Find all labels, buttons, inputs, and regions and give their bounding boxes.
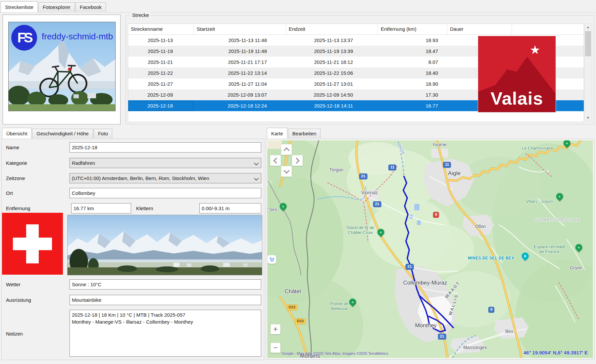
table-cell[interactable]: 18.40 <box>378 68 447 78</box>
table-cell[interactable]: 2025-11-19 <box>128 46 194 57</box>
map-tab-karte[interactable]: Karte <box>267 128 287 139</box>
pan-left-button[interactable] <box>270 155 281 166</box>
column-header[interactable]: Streckenname <box>128 24 194 34</box>
pan-down-button[interactable] <box>281 166 292 177</box>
road-badge: D22 <box>286 304 297 310</box>
road-badge: D22 <box>295 318 306 324</box>
table-cell[interactable]: 2025-11-27 <box>128 78 194 89</box>
chevron-down-icon <box>254 176 259 181</box>
strecke-header-row[interactable]: StreckennameStartzeitEndzeitEntfernung (… <box>128 24 584 35</box>
map-label: VILLARS-SUR-OLLON <box>535 218 579 222</box>
table-cell[interactable]: 18.93 <box>378 35 447 46</box>
valais-logo: ★ Valais <box>478 36 556 112</box>
map-zoom-out-button[interactable]: − <box>271 343 280 353</box>
column-header-filler <box>512 24 584 34</box>
table-cell[interactable]: 2025-12-18 14:11 <box>286 100 378 111</box>
scrollbar-down-icon[interactable]: ▼ <box>584 114 592 121</box>
ort-input[interactable]: Collombey <box>70 188 261 198</box>
notizen-textarea[interactable]: 2025-12-18 | 18 Km | 10 °C | MTB | Track… <box>70 310 261 357</box>
pan-up-button[interactable] <box>281 144 292 155</box>
map-label: MINES DE SEL DE BEX <box>468 256 514 260</box>
road-badge: 21 <box>359 173 368 179</box>
table-cell[interactable]: 2025-11-13 11:48 <box>194 35 286 46</box>
road-badge: 9 <box>488 307 494 313</box>
scrollbar-up-icon[interactable]: ▲ <box>584 24 592 30</box>
map-canvas[interactable]: YvorneRhoneLe ChamossaireTorgonAigleVion… <box>267 140 593 358</box>
table-cell[interactable]: 2025-11-21 18:12 <box>286 57 378 68</box>
name-label: Name <box>6 145 19 150</box>
map-label: Massongex <box>463 345 487 350</box>
main-tab-facebook[interactable]: Facebook <box>75 2 106 12</box>
zeitzone-select[interactable]: (UTC+01:00) Amsterdam, Berlin, Bern, Rom… <box>70 173 261 183</box>
zeitzone-label: Zeitzone <box>6 175 25 181</box>
column-header[interactable]: Dauer <box>447 24 512 34</box>
table-cell[interactable]: 17.30 <box>378 89 447 100</box>
map-label: Gryon <box>570 265 582 271</box>
shopping-cart-icon <box>268 255 276 264</box>
table-cell[interactable]: 2025-11-19 13:39 <box>286 46 378 57</box>
kategorie-select[interactable]: Radfahren <box>70 158 261 168</box>
table-cell[interactable]: 2025-11-22 15:06 <box>286 68 378 78</box>
road-badge: 21 <box>373 201 381 207</box>
table-scrollbar[interactable]: ▲ ▼ <box>584 23 592 121</box>
table-cell[interactable]: 2025-11-22 <box>128 68 194 78</box>
ausruestung-input[interactable]: Mountainbike <box>70 295 261 305</box>
main-tab-fotoexplorer[interactable]: Fotoexplorer <box>38 2 75 12</box>
valais-logo-text: Valais <box>490 88 543 108</box>
map-tab-bearbeiten[interactable]: Bearbeiten <box>288 129 321 138</box>
map-label: Le Chamossaire <box>522 146 553 151</box>
fs-logo-icon: FS <box>11 25 37 51</box>
detail-tab-übersicht[interactable]: Übersicht <box>2 128 31 139</box>
klettern-input[interactable]: 0.00/-9.31 m <box>199 203 261 213</box>
profile-photo: FS freddy-schmid-mtb <box>8 22 116 111</box>
column-header[interactable]: Entfernung (km) <box>378 24 447 34</box>
road-badge: 11 <box>388 164 396 170</box>
map-label: Torgon <box>329 167 344 173</box>
table-cell[interactable]: 2025-11-22 13:14 <box>194 68 286 78</box>
table-cell[interactable]: 2025-11-13 13:37 <box>286 35 378 46</box>
table-cell[interactable]: 2025-12-09 13:07 <box>194 89 286 100</box>
map-pin-icon: ▲ <box>278 202 288 211</box>
map-pin-icon: ▲ <box>562 140 572 148</box>
map-label: Aigle <box>448 170 461 176</box>
table-cell[interactable]: 2025-11-19 11:48 <box>194 46 286 57</box>
column-header[interactable]: Startzeit <box>194 24 286 34</box>
road-badge: 9 <box>433 212 439 218</box>
table-cell[interactable]: 2025-11-27 13:01 <box>286 78 378 89</box>
table-cell[interactable]: 16.77 <box>378 100 447 111</box>
map-label: Stand de tir deChâble-Croix <box>346 225 374 235</box>
wetter-input[interactable]: Sonne : 10°C <box>70 279 261 290</box>
entfernung-label: Entfernung <box>6 205 30 211</box>
map-pin-icon: ▲ <box>348 297 358 307</box>
table-cell[interactable]: 2025-12-18 12:24 <box>194 100 286 111</box>
detail-tabstrip: ÜbersichtGeschwindigkeit / HöheFoto <box>2 128 113 138</box>
map-label: Châtel <box>284 288 301 295</box>
scrollbar-thumb[interactable] <box>585 31 591 56</box>
road-badge: 11 <box>443 162 451 168</box>
map-zoom-in-button[interactable]: + <box>271 324 280 334</box>
table-cell[interactable]: 2025-11-13 <box>128 35 194 46</box>
detail-tab-foto[interactable]: Foto <box>94 129 112 138</box>
chevron-down-icon <box>254 161 259 165</box>
map-label: Vionnaz <box>361 190 378 196</box>
app-window: { "window": { "tabs": ["Streckenliste", … <box>0 0 596 364</box>
main-tab-streckenliste[interactable]: Streckenliste <box>1 1 38 12</box>
table-cell[interactable]: 18.47 <box>378 46 447 57</box>
column-header[interactable]: Endzeit <box>286 24 378 34</box>
map-pin-icon: ▲ <box>555 192 565 202</box>
pan-right-button[interactable] <box>292 155 303 166</box>
table-cell[interactable]: 2025-11-21 17:17 <box>194 57 286 68</box>
table-cell[interactable]: 8.07 <box>378 57 447 68</box>
table-cell[interactable]: 2025-12-18 <box>128 100 194 111</box>
table-cell[interactable]: 2025-12-09 <box>128 89 194 100</box>
name-input[interactable]: 2025-12-18 <box>70 142 261 153</box>
table-cell[interactable]: 2025-12-09 14:50 <box>286 89 378 100</box>
table-cell[interactable]: 2025-11-27 11:04 <box>194 78 286 89</box>
table-cell[interactable]: 18.90 <box>378 78 447 89</box>
table-cell[interactable]: 2025-11-21 <box>128 57 194 68</box>
detail-tab-geschwindigkeit-höhe[interactable]: Geschwindigkeit / Höhe <box>32 129 93 138</box>
entfernung-input[interactable]: 16.77 km <box>71 203 131 213</box>
main-tabstrip: StreckenlisteFotoexplorerFacebook <box>1 1 107 12</box>
kategorie-label: Kategorie <box>6 160 27 166</box>
valais-star-icon: ★ <box>530 43 540 57</box>
